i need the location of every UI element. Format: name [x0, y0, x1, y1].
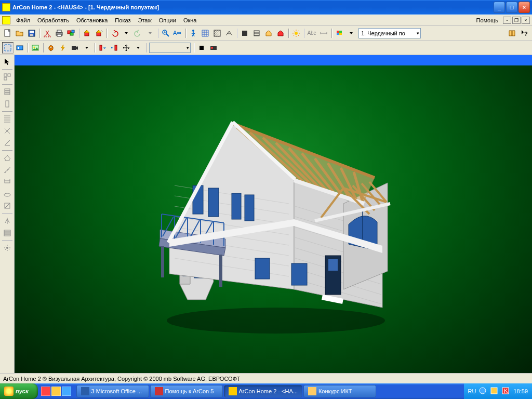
- picture-button[interactable]: [30, 42, 41, 54]
- hatch-button[interactable]: [211, 28, 223, 39]
- close-button[interactable]: ×: [518, 2, 530, 13]
- book-help-button[interactable]: [507, 28, 518, 39]
- folder-icon: [308, 387, 316, 395]
- windows-taskbar: пуск 3 Microsoft Office ... Помощь к ArC…: [0, 383, 532, 399]
- texture-tool-button[interactable]: [2, 200, 13, 211]
- empty-selector-dropdown[interactable]: [149, 43, 191, 53]
- menu-view[interactable]: Показ: [111, 16, 134, 24]
- dimension-button[interactable]: [318, 28, 329, 39]
- menu-furnishing[interactable]: Обстановка: [73, 16, 111, 24]
- bolt-button[interactable]: [57, 42, 69, 54]
- menu-windows[interactable]: Окна: [180, 16, 201, 24]
- grid-tool-button[interactable]: [2, 71, 13, 83]
- quick-launch-item-2[interactable]: [51, 387, 61, 396]
- minimize-button[interactable]: _: [494, 2, 505, 13]
- app-menu-icon[interactable]: [2, 16, 10, 24]
- mdi-restore-button[interactable]: ❐: [512, 17, 521, 24]
- menu-floor[interactable]: Этаж: [134, 16, 155, 24]
- sun-button[interactable]: [290, 28, 302, 39]
- language-indicator[interactable]: RU: [468, 388, 476, 394]
- mode-button-2[interactable]: [93, 28, 104, 39]
- start-button[interactable]: пуск: [0, 383, 38, 399]
- text-label-button[interactable]: Abc: [306, 28, 317, 39]
- zoom-text-button[interactable]: A⇔: [172, 28, 183, 39]
- maximize-button[interactable]: □: [506, 2, 517, 13]
- move-button[interactable]: [121, 42, 132, 54]
- line-tool-button[interactable]: [2, 113, 13, 125]
- 3d-viewport[interactable]: [15, 65, 532, 373]
- undo-button[interactable]: [109, 28, 120, 39]
- layers-tool-button[interactable]: [2, 227, 13, 238]
- mdi-close-button[interactable]: ×: [522, 17, 530, 24]
- render-quality-3-button[interactable]: [263, 28, 274, 39]
- mdi-minimize-button[interactable]: -: [503, 17, 511, 24]
- taskbar-task-arcon[interactable]: ArCon Home 2 - <HA...: [224, 385, 302, 397]
- tray-icon-2[interactable]: [490, 387, 499, 395]
- undo-dropdown-button[interactable]: [121, 28, 132, 39]
- menu-help[interactable]: Помощь: [473, 16, 502, 24]
- floor-selector-dropdown[interactable]: 1. Чердачный по: [358, 28, 421, 38]
- svg-rect-29: [72, 46, 76, 50]
- column-tool-button[interactable]: [2, 98, 13, 110]
- render-quality-4-button[interactable]: [275, 28, 286, 39]
- balcony-tool-button[interactable]: [2, 176, 13, 188]
- flag-button[interactable]: [334, 28, 345, 39]
- word-icon: [81, 387, 89, 395]
- quick-launch-item-1[interactable]: [41, 387, 50, 396]
- object-catalog-button[interactable]: [14, 42, 25, 54]
- svg-rect-98: [291, 263, 307, 285]
- svg-text:A⇔: A⇔: [173, 30, 181, 36]
- stop-button[interactable]: [196, 42, 207, 54]
- camera-dropdown-button[interactable]: [81, 42, 92, 54]
- pointer-tool-button[interactable]: [2, 56, 13, 68]
- door-tool-button[interactable]: [97, 42, 108, 54]
- taskbar-task-word[interactable]: 3 Microsoft Office ...: [76, 385, 149, 397]
- menu-edit[interactable]: Обработать: [34, 16, 73, 24]
- terrain-tool-button[interactable]: [2, 188, 13, 200]
- move-dropdown-button[interactable]: [132, 42, 144, 54]
- svg-point-14: [192, 30, 194, 32]
- roof-tool-button[interactable]: [2, 152, 13, 164]
- angle-tool-button[interactable]: [2, 137, 13, 149]
- window-tool-button[interactable]: [109, 42, 120, 54]
- menu-options[interactable]: Опции: [155, 16, 180, 24]
- objects-button[interactable]: [65, 28, 77, 39]
- clock[interactable]: 18:59: [513, 388, 528, 394]
- snap-tool-button[interactable]: [2, 125, 13, 137]
- redo-button[interactable]: [132, 28, 144, 39]
- mode-button-1[interactable]: [81, 28, 92, 39]
- render-quality-2-button[interactable]: [251, 28, 262, 39]
- menu-file[interactable]: Файл: [12, 16, 34, 24]
- open-file-button[interactable]: [14, 28, 25, 39]
- redo-dropdown-button[interactable]: [144, 28, 156, 39]
- camera-button[interactable]: [69, 42, 81, 54]
- separator: [192, 42, 195, 54]
- context-help-button[interactable]: ?: [518, 28, 530, 39]
- render-quality-1-button[interactable]: [239, 28, 250, 39]
- svg-rect-70: [161, 246, 164, 277]
- new-file-button[interactable]: [2, 28, 14, 39]
- mirror-tool-button[interactable]: [2, 215, 13, 227]
- tray-icon-3[interactable]: K: [502, 387, 510, 395]
- wall-tool-button[interactable]: [2, 86, 13, 98]
- walkthrough-button[interactable]: [188, 28, 199, 39]
- tray-icon-1[interactable]: [479, 387, 487, 395]
- record-button[interactable]: [208, 42, 219, 54]
- zoom-button[interactable]: [160, 28, 171, 39]
- stairs-tool-button[interactable]: [2, 164, 13, 176]
- taskbar-task-help[interactable]: Помощь к ArCon 5: [150, 385, 223, 397]
- quick-launch-item-3[interactable]: [62, 387, 71, 396]
- print-button[interactable]: [54, 28, 65, 39]
- flag-dropdown-button[interactable]: [345, 28, 357, 39]
- taskbar-task-folder[interactable]: Конкурс ИКТ: [303, 385, 376, 397]
- grid-button[interactable]: [200, 28, 211, 39]
- svg-text:?: ?: [524, 31, 528, 37]
- cube-button[interactable]: [45, 42, 57, 54]
- light-tool-button[interactable]: [2, 242, 13, 254]
- house-model: [138, 102, 408, 336]
- perspective-button[interactable]: [223, 28, 235, 39]
- viewport-header[interactable]: [15, 55, 532, 65]
- cut-button[interactable]: [42, 28, 53, 39]
- select-mode-button[interactable]: [2, 42, 14, 54]
- save-button[interactable]: [26, 28, 37, 39]
